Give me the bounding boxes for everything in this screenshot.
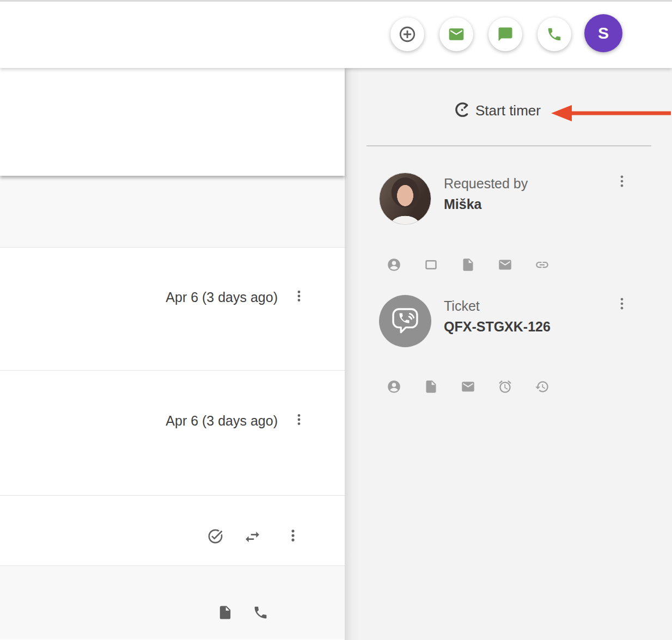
message-actions-row — [0, 496, 345, 566]
account-avatar-button[interactable]: S — [584, 14, 622, 52]
ticket-kebab-menu[interactable] — [614, 296, 630, 311]
annotation-arrow — [550, 104, 672, 125]
chat-bubble-icon — [497, 26, 514, 42]
requester-link-button[interactable] — [535, 257, 549, 272]
requester-avatar-photo — [379, 173, 431, 225]
history-icon — [535, 379, 549, 394]
requested-by-card: Requested by Miška — [379, 173, 661, 225]
avatar-initial: S — [598, 24, 609, 42]
message-date: Apr 6 (3 days ago) — [166, 289, 278, 305]
call-button[interactable] — [537, 17, 571, 51]
message-card-blank — [0, 68, 345, 176]
person-icon — [387, 379, 401, 394]
requester-kebab-menu[interactable] — [614, 174, 630, 189]
file-icon — [461, 257, 475, 272]
requester-tools-row — [387, 257, 549, 272]
mark-done-button[interactable] — [207, 528, 224, 545]
app-screen: S Apr 6 (3 days ago) Apr 6 (3 days ago) — [0, 0, 672, 640]
panel-split-scroll-strip[interactable] — [345, 68, 358, 640]
requester-email-button[interactable] — [498, 257, 512, 272]
kebab-menu-icon — [285, 528, 301, 543]
phone-icon — [253, 605, 268, 620]
mail-icon — [448, 26, 465, 43]
new-chat-button[interactable] — [488, 17, 522, 51]
person-icon — [387, 257, 401, 272]
attach-file-button[interactable] — [217, 605, 233, 620]
topbar: S — [0, 0, 672, 68]
ticket-reminder-button[interactable] — [498, 379, 512, 394]
ticket-history-button[interactable] — [535, 379, 549, 394]
kebab-menu-icon — [292, 413, 306, 427]
message-date: Apr 6 (3 days ago) — [166, 413, 278, 429]
task-done-icon — [207, 528, 224, 545]
ticket-id: QFX-STGXK-126 — [444, 318, 551, 335]
requester-files-button[interactable] — [461, 257, 475, 272]
add-button[interactable] — [390, 17, 424, 51]
mail-icon — [461, 379, 475, 394]
ticket-detail-panel: Start timer Requested by Miška — [358, 68, 672, 640]
conversation-gap — [0, 176, 345, 248]
message-kebab-menu[interactable] — [292, 289, 306, 303]
file-icon — [217, 605, 233, 620]
requester-card-button[interactable] — [424, 257, 438, 272]
start-timer-button[interactable]: Start timer — [454, 101, 541, 120]
alarm-icon — [498, 379, 512, 394]
swap-horizontal-icon — [243, 528, 261, 546]
kebab-menu-icon — [614, 174, 630, 189]
phone-icon — [546, 26, 563, 42]
mail-icon — [498, 257, 512, 272]
message-kebab-menu[interactable] — [292, 413, 306, 427]
ticket-title: Ticket — [444, 298, 551, 314]
requested-by-title: Requested by — [444, 175, 528, 192]
swap-transfer-button[interactable] — [243, 528, 261, 546]
kebab-menu-icon — [614, 296, 630, 311]
viber-channel-icon — [379, 295, 431, 347]
compose-email-button[interactable] — [439, 17, 473, 51]
more-options-button[interactable] — [285, 528, 301, 543]
kebab-menu-icon — [292, 289, 306, 303]
link-icon — [535, 257, 549, 272]
timer-icon — [454, 101, 471, 120]
start-timer-label: Start timer — [475, 101, 541, 120]
file-icon — [424, 379, 438, 394]
conversation-panel: Apr 6 (3 days ago) Apr 6 (3 days ago) — [0, 68, 345, 640]
section-divider — [366, 145, 651, 146]
ticket-tools-row — [387, 379, 549, 394]
requester-name: Miška — [444, 196, 528, 212]
message-row: Apr 6 (3 days ago) — [0, 248, 345, 371]
ticket-files-button[interactable] — [424, 379, 438, 394]
composer-footer — [0, 566, 345, 639]
card-icon — [424, 257, 438, 272]
ticket-card: Ticket QFX-STGXK-126 — [379, 295, 661, 347]
plus-circle-icon — [398, 25, 417, 44]
ticket-assignee-button[interactable] — [387, 379, 401, 394]
timer-row: Start timer — [358, 101, 672, 120]
ticket-email-button[interactable] — [461, 379, 475, 394]
requester-profile-button[interactable] — [387, 257, 401, 272]
log-call-button[interactable] — [253, 605, 268, 620]
message-row: Apr 6 (3 days ago) — [0, 371, 345, 496]
